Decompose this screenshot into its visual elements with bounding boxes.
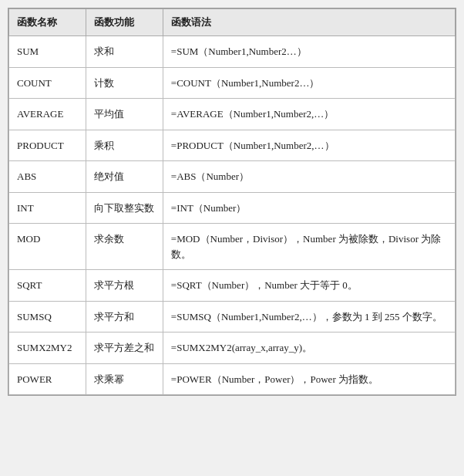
cell-func-name: PRODUCT <box>9 130 86 161</box>
cell-func-desc: 求平方根 <box>86 270 163 302</box>
cell-func-syntax: =PRODUCT（Number1,Number2,…） <box>163 130 455 161</box>
table-row: ABS绝对值=ABS（Number） <box>9 161 456 193</box>
table-row: MOD求余数=MOD（Number，Divisor），Number 为被除数，D… <box>9 224 456 270</box>
cell-func-syntax: =ABS（Number） <box>163 161 455 193</box>
cell-func-desc: 求乘幂 <box>86 363 163 395</box>
cell-func-name: AVERAGE <box>9 99 86 130</box>
header-func: 函数功能 <box>86 9 163 36</box>
cell-func-desc: 向下取整实数 <box>86 192 163 224</box>
cell-func-name: SUMX2MY2 <box>9 333 86 364</box>
cell-func-syntax: =INT（Number） <box>163 192 455 224</box>
cell-func-name: MOD <box>9 224 86 270</box>
table-row: POWER求乘幂=POWER（Number，Power），Power 为指数。 <box>9 363 456 395</box>
cell-func-syntax: =AVERAGE（Number1,Number2,…） <box>163 99 455 130</box>
cell-func-desc: 求平方差之和 <box>86 333 163 364</box>
cell-func-desc: 求平方和 <box>86 301 163 333</box>
cell-func-name: SUMSQ <box>9 301 86 333</box>
table-row: COUNT计数=COUNT（Number1,Number2…） <box>9 67 456 99</box>
cell-func-name: POWER <box>9 363 86 395</box>
cell-func-name: SUM <box>9 36 86 68</box>
table-row: INT向下取整实数=INT（Number） <box>9 192 456 224</box>
cell-func-name: COUNT <box>9 67 86 99</box>
cell-func-syntax: =SUMSQ（Number1,Number2,…），参数为 1 到 255 个数… <box>163 301 455 333</box>
table-row: SUMSQ求平方和=SUMSQ（Number1,Number2,…），参数为 1… <box>9 301 456 333</box>
table-row: SUM求和=SUM（Number1,Number2…） <box>9 36 456 68</box>
cell-func-syntax: =SUM（Number1,Number2…） <box>163 36 455 68</box>
table-row: SUMX2MY2求平方差之和=SUMX2MY2(array_x,array_y)… <box>9 333 456 364</box>
cell-func-name: SQRT <box>9 270 86 302</box>
cell-func-desc: 绝对值 <box>86 161 163 193</box>
cell-func-desc: 计数 <box>86 67 163 99</box>
cell-func-syntax: =POWER（Number，Power），Power 为指数。 <box>163 363 455 395</box>
cell-func-syntax: =SUMX2MY2(array_x,array_y)。 <box>163 333 455 364</box>
cell-func-syntax: =COUNT（Number1,Number2…） <box>163 67 455 99</box>
cell-func-name: INT <box>9 192 86 224</box>
cell-func-desc: 求和 <box>86 36 163 68</box>
table-row: AVERAGE平均值=AVERAGE（Number1,Number2,…） <box>9 99 456 130</box>
cell-func-desc: 平均值 <box>86 99 163 130</box>
header-row: 函数名称 函数功能 函数语法 <box>9 9 456 36</box>
cell-func-syntax: =SQRT（Number），Number 大于等于 0。 <box>163 270 455 302</box>
functions-table: 函数名称 函数功能 函数语法 SUM求和=SUM（Number1,Number2… <box>8 8 456 395</box>
header-name: 函数名称 <box>9 9 86 36</box>
header-syntax: 函数语法 <box>163 9 455 36</box>
table-row: SQRT求平方根=SQRT（Number），Number 大于等于 0。 <box>9 270 456 302</box>
main-container: 函数名称 函数功能 函数语法 SUM求和=SUM（Number1,Number2… <box>8 8 456 396</box>
cell-func-syntax: =MOD（Number，Divisor），Number 为被除数，Divisor… <box>163 224 455 270</box>
table-row: PRODUCT乘积=PRODUCT（Number1,Number2,…） <box>9 130 456 161</box>
cell-func-desc: 乘积 <box>86 130 163 161</box>
cell-func-desc: 求余数 <box>86 224 163 270</box>
cell-func-name: ABS <box>9 161 86 193</box>
